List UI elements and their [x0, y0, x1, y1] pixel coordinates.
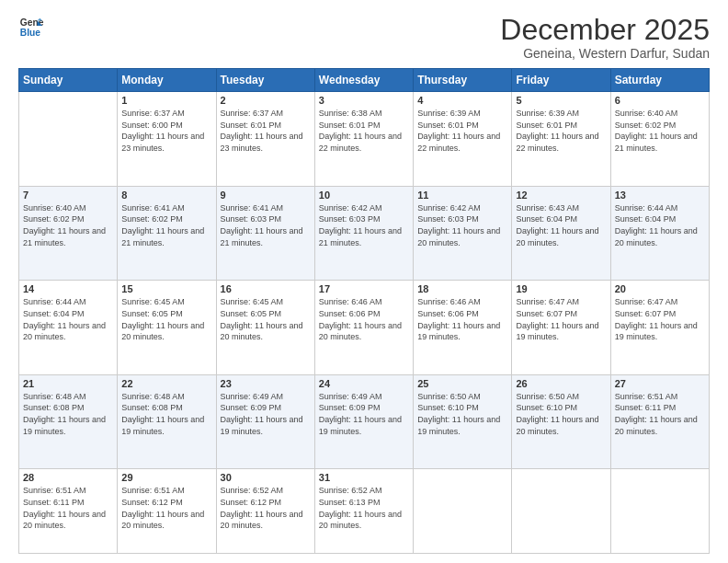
day-info: Sunrise: 6:37 AMSunset: 6:01 PMDaylight:…: [221, 108, 311, 154]
day-number: 16: [221, 283, 311, 294]
table-row: 12Sunrise: 6:43 AMSunset: 6:04 PMDayligh…: [512, 186, 610, 281]
calendar-week-row: 21Sunrise: 6:48 AMSunset: 6:08 PMDayligh…: [19, 374, 710, 469]
day-info: Sunrise: 6:51 AMSunset: 6:12 PMDaylight:…: [121, 485, 211, 531]
day-info: Sunrise: 6:46 AMSunset: 6:06 PMDaylight:…: [417, 296, 507, 342]
table-row: 14Sunrise: 6:44 AMSunset: 6:04 PMDayligh…: [19, 281, 118, 375]
calendar-table: Sunday Monday Tuesday Wednesday Thursday…: [18, 68, 710, 554]
day-number: 11: [417, 190, 507, 201]
subtitle: Geneina, Western Darfur, Sudan: [500, 46, 710, 61]
day-info: Sunrise: 6:47 AMSunset: 6:07 PMDaylight:…: [516, 296, 606, 342]
header-tuesday: Tuesday: [216, 69, 314, 92]
calendar-week-row: 7Sunrise: 6:40 AMSunset: 6:02 PMDaylight…: [19, 186, 710, 281]
table-row: [414, 469, 512, 554]
day-number: 13: [615, 190, 705, 201]
table-row: 21Sunrise: 6:48 AMSunset: 6:08 PMDayligh…: [19, 374, 118, 469]
month-title: December 2025: [500, 14, 710, 46]
day-info: Sunrise: 6:48 AMSunset: 6:08 PMDaylight:…: [121, 391, 211, 437]
day-number: 21: [23, 378, 113, 389]
table-row: [610, 469, 709, 554]
day-info: Sunrise: 6:50 AMSunset: 6:10 PMDaylight:…: [516, 391, 606, 437]
day-number: 9: [221, 190, 311, 201]
day-info: Sunrise: 6:52 AMSunset: 6:12 PMDaylight:…: [221, 485, 311, 531]
table-row: 22Sunrise: 6:48 AMSunset: 6:08 PMDayligh…: [118, 374, 216, 469]
day-info: Sunrise: 6:48 AMSunset: 6:08 PMDaylight:…: [23, 391, 113, 437]
page: General Blue December 2025 Geneina, West…: [0, 0, 728, 563]
day-number: 20: [615, 283, 705, 294]
day-info: Sunrise: 6:45 AMSunset: 6:05 PMDaylight:…: [121, 296, 211, 342]
table-row: [19, 92, 118, 187]
table-row: 20Sunrise: 6:47 AMSunset: 6:07 PMDayligh…: [610, 281, 709, 375]
day-number: 18: [417, 283, 507, 294]
day-info: Sunrise: 6:52 AMSunset: 6:13 PMDaylight:…: [319, 485, 409, 531]
table-row: 1Sunrise: 6:37 AMSunset: 6:00 PMDaylight…: [118, 92, 216, 187]
day-info: Sunrise: 6:51 AMSunset: 6:11 PMDaylight:…: [615, 391, 705, 437]
day-number: 17: [319, 283, 409, 294]
day-number: 22: [121, 378, 211, 389]
table-row: 26Sunrise: 6:50 AMSunset: 6:10 PMDayligh…: [512, 374, 610, 469]
table-row: 4Sunrise: 6:39 AMSunset: 6:01 PMDaylight…: [414, 92, 512, 187]
day-number: 3: [319, 95, 409, 106]
day-info: Sunrise: 6:42 AMSunset: 6:03 PMDaylight:…: [417, 202, 507, 248]
table-row: 17Sunrise: 6:46 AMSunset: 6:06 PMDayligh…: [314, 281, 413, 375]
day-number: 23: [221, 378, 311, 389]
day-number: 7: [23, 190, 113, 201]
calendar-week-row: 14Sunrise: 6:44 AMSunset: 6:04 PMDayligh…: [19, 281, 710, 375]
header-sunday: Sunday: [19, 69, 118, 92]
header-wednesday: Wednesday: [314, 69, 413, 92]
table-row: 27Sunrise: 6:51 AMSunset: 6:11 PMDayligh…: [610, 374, 709, 469]
calendar-header-row: Sunday Monday Tuesday Wednesday Thursday…: [19, 69, 710, 92]
calendar-week-row: 28Sunrise: 6:51 AMSunset: 6:11 PMDayligh…: [19, 469, 710, 554]
table-row: 19Sunrise: 6:47 AMSunset: 6:07 PMDayligh…: [512, 281, 610, 375]
table-row: 31Sunrise: 6:52 AMSunset: 6:13 PMDayligh…: [314, 469, 413, 554]
day-number: 31: [319, 472, 409, 483]
day-info: Sunrise: 6:46 AMSunset: 6:06 PMDaylight:…: [319, 296, 409, 342]
day-info: Sunrise: 6:51 AMSunset: 6:11 PMDaylight:…: [23, 485, 113, 531]
day-number: 4: [417, 95, 507, 106]
table-row: 13Sunrise: 6:44 AMSunset: 6:04 PMDayligh…: [610, 186, 709, 281]
day-info: Sunrise: 6:38 AMSunset: 6:01 PMDaylight:…: [319, 108, 409, 154]
day-info: Sunrise: 6:41 AMSunset: 6:02 PMDaylight:…: [121, 202, 211, 248]
table-row: 2Sunrise: 6:37 AMSunset: 6:01 PMDaylight…: [216, 92, 314, 187]
logo-icon: General Blue: [18, 14, 44, 40]
day-number: 15: [121, 283, 211, 294]
day-info: Sunrise: 6:39 AMSunset: 6:01 PMDaylight:…: [417, 108, 507, 154]
table-row: 30Sunrise: 6:52 AMSunset: 6:12 PMDayligh…: [216, 469, 314, 554]
header-friday: Friday: [512, 69, 610, 92]
table-row: 29Sunrise: 6:51 AMSunset: 6:12 PMDayligh…: [118, 469, 216, 554]
day-number: 29: [121, 472, 211, 483]
table-row: 7Sunrise: 6:40 AMSunset: 6:02 PMDaylight…: [19, 186, 118, 281]
day-info: Sunrise: 6:40 AMSunset: 6:02 PMDaylight:…: [23, 202, 113, 248]
table-row: 24Sunrise: 6:49 AMSunset: 6:09 PMDayligh…: [314, 374, 413, 469]
table-row: 16Sunrise: 6:45 AMSunset: 6:05 PMDayligh…: [216, 281, 314, 375]
day-info: Sunrise: 6:47 AMSunset: 6:07 PMDaylight:…: [615, 296, 705, 342]
header-monday: Monday: [118, 69, 216, 92]
table-row: 28Sunrise: 6:51 AMSunset: 6:11 PMDayligh…: [19, 469, 118, 554]
day-info: Sunrise: 6:43 AMSunset: 6:04 PMDaylight:…: [516, 202, 606, 248]
table-row: 5Sunrise: 6:39 AMSunset: 6:01 PMDaylight…: [512, 92, 610, 187]
day-number: 1: [121, 95, 211, 106]
day-info: Sunrise: 6:44 AMSunset: 6:04 PMDaylight:…: [615, 202, 705, 248]
day-info: Sunrise: 6:39 AMSunset: 6:01 PMDaylight:…: [516, 108, 606, 154]
day-info: Sunrise: 6:40 AMSunset: 6:02 PMDaylight:…: [615, 108, 705, 154]
table-row: 8Sunrise: 6:41 AMSunset: 6:02 PMDaylight…: [118, 186, 216, 281]
table-row: 18Sunrise: 6:46 AMSunset: 6:06 PMDayligh…: [414, 281, 512, 375]
day-info: Sunrise: 6:37 AMSunset: 6:00 PMDaylight:…: [121, 108, 211, 154]
day-number: 30: [221, 472, 311, 483]
day-number: 27: [615, 378, 705, 389]
day-number: 10: [319, 190, 409, 201]
day-number: 24: [319, 378, 409, 389]
header: General Blue December 2025 Geneina, West…: [18, 14, 710, 61]
day-info: Sunrise: 6:42 AMSunset: 6:03 PMDaylight:…: [319, 202, 409, 248]
table-row: 6Sunrise: 6:40 AMSunset: 6:02 PMDaylight…: [610, 92, 709, 187]
header-thursday: Thursday: [414, 69, 512, 92]
table-row: 15Sunrise: 6:45 AMSunset: 6:05 PMDayligh…: [118, 281, 216, 375]
header-saturday: Saturday: [610, 69, 709, 92]
day-number: 12: [516, 190, 606, 201]
svg-text:Blue: Blue: [20, 28, 41, 38]
table-row: [512, 469, 610, 554]
title-block: December 2025 Geneina, Western Darfur, S…: [500, 14, 710, 61]
day-number: 14: [23, 283, 113, 294]
day-info: Sunrise: 6:49 AMSunset: 6:09 PMDaylight:…: [221, 391, 311, 437]
day-number: 2: [221, 95, 311, 106]
table-row: 23Sunrise: 6:49 AMSunset: 6:09 PMDayligh…: [216, 374, 314, 469]
